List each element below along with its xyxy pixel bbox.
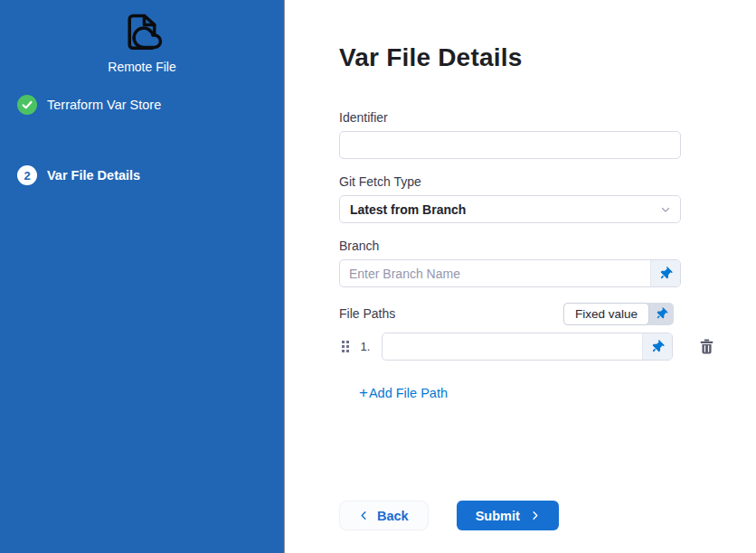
pin-icon (648, 338, 666, 356)
branch-label: Branch (339, 239, 681, 254)
wizard-steps: Terraform Var Store 2 Var File Details (0, 95, 284, 185)
fixed-value-button[interactable]: Fixed value (563, 303, 649, 325)
drag-handle[interactable] (342, 341, 349, 352)
git-fetch-type-field: Git Fetch Type Latest from Branch (339, 174, 681, 223)
page-title: Var File Details (339, 43, 756, 72)
trash-icon (700, 339, 713, 354)
identifier-field: Identifier (339, 110, 681, 159)
var-file-details-panel: Var File Details Identifier Git Fetch Ty… (285, 0, 756, 553)
branch-field: Branch (339, 239, 681, 287)
file-path-pin-button[interactable] (642, 333, 672, 360)
git-fetch-type-value: Latest from Branch (350, 202, 466, 217)
submit-button-label: Submit (476, 509, 520, 523)
git-fetch-type-label: Git Fetch Type (339, 174, 681, 190)
pin-icon (653, 305, 669, 322)
file-paths-multitype-selector: Fixed value (563, 303, 674, 325)
identifier-label: Identifier (339, 110, 681, 126)
add-file-path-label: Add File Path (369, 386, 448, 400)
chevron-left-icon (359, 511, 369, 520)
file-path-input[interactable] (382, 333, 673, 361)
identifier-input[interactable] (339, 131, 681, 159)
wizard-sidebar: Remote File Terraform Var Store 2 Var Fi… (0, 0, 285, 553)
step-terraform-var-store[interactable]: Terraform Var Store (0, 95, 284, 115)
chevron-right-icon (530, 511, 540, 520)
step-var-file-details[interactable]: 2 Var File Details (0, 165, 284, 185)
back-button[interactable]: Back (339, 501, 429, 530)
step-complete-check-icon (17, 95, 37, 115)
file-path-row: 1. (339, 332, 681, 361)
file-path-row-index: 1. (361, 340, 373, 353)
plus-icon: + (359, 387, 368, 399)
branch-input-wrap (339, 259, 681, 287)
store-icon-block: Remote File (0, 0, 284, 74)
branch-pin-button[interactable] (650, 260, 680, 286)
file-paths-label: File Paths (339, 306, 395, 322)
file-path-input-wrap (382, 333, 673, 361)
submit-button[interactable]: Submit (457, 501, 559, 530)
step-label: Var File Details (47, 168, 140, 183)
footer-actions: Back Submit (339, 501, 681, 530)
file-paths-header: File Paths Fixed value (339, 303, 681, 325)
file-paths-pin-button[interactable] (649, 303, 674, 325)
var-file-form: Identifier Git Fetch Type Latest from Br… (339, 110, 681, 530)
file-paths-field: File Paths Fixed value 1. (339, 303, 681, 401)
add-file-path-link[interactable]: + Add File Path (359, 386, 448, 400)
step-number-badge: 2 (17, 165, 37, 185)
git-fetch-type-select[interactable]: Latest from Branch (339, 195, 681, 223)
pin-icon (657, 265, 675, 283)
delete-row-button[interactable] (698, 337, 715, 356)
remote-file-cloud-icon (119, 10, 165, 57)
back-button-label: Back (377, 509, 409, 523)
branch-input[interactable] (339, 259, 681, 287)
step-label: Terraform Var Store (47, 98, 161, 112)
store-type-label: Remote File (108, 60, 175, 74)
chevron-down-icon (660, 204, 671, 215)
